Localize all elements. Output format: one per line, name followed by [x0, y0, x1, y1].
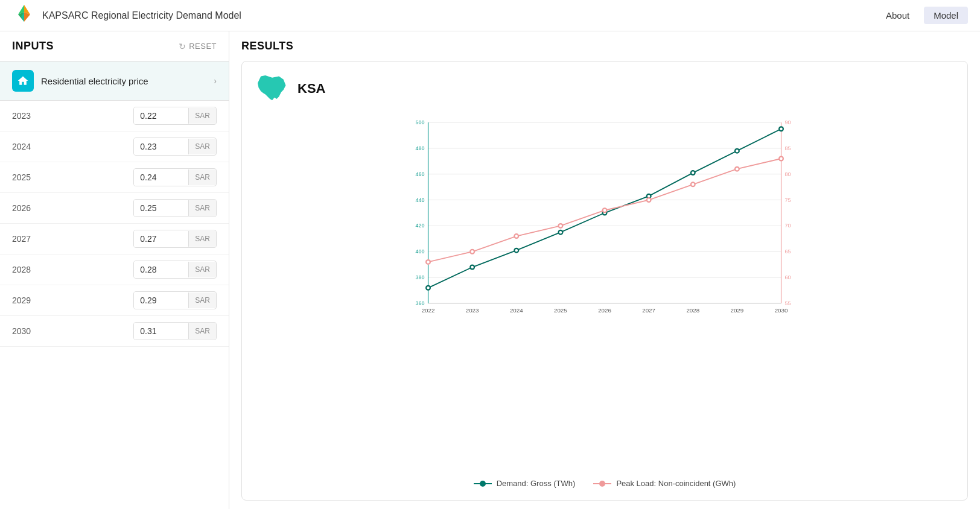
unit-label: SAR: [188, 200, 216, 216]
peak-legend-icon: [593, 480, 611, 487]
year-label: 2025: [12, 172, 48, 182]
svg-text:2024: 2024: [510, 307, 523, 314]
svg-point-44: [471, 266, 474, 269]
svg-point-76: [780, 157, 783, 160]
category-icon-bg: [12, 70, 34, 92]
legend-demand: Demand: Gross (TWh): [474, 479, 576, 488]
legend-demand-label: Demand: Gross (TWh): [497, 479, 576, 488]
unit-label: SAR: [188, 323, 216, 339]
chart-legend: Demand: Gross (TWh) Peak Load: Non-coinc…: [254, 479, 955, 488]
year-label: 2028: [12, 265, 48, 274]
svg-point-72: [692, 183, 695, 186]
chart-area: 3603804004204404604805005560657075808590…: [254, 113, 955, 473]
svg-point-58: [780, 127, 783, 130]
svg-text:400: 400: [415, 248, 424, 255]
chart-container: KSA 360380400420440460480500556065707580…: [241, 61, 968, 501]
svg-point-42: [427, 286, 430, 289]
svg-text:85: 85: [785, 145, 791, 151]
svg-text:500: 500: [415, 119, 424, 125]
year-row: 2026 SAR: [0, 193, 229, 224]
svg-point-70: [648, 198, 651, 201]
about-button[interactable]: About: [876, 7, 919, 24]
chart-region-header: KSA: [254, 74, 955, 104]
home-icon: [17, 75, 29, 87]
svg-point-60: [427, 261, 430, 264]
svg-text:2026: 2026: [598, 307, 611, 314]
svg-point-66: [559, 224, 562, 227]
svg-point-68: [603, 209, 606, 212]
unit-label: SAR: [188, 139, 216, 154]
svg-text:2029: 2029: [731, 307, 744, 314]
year-rows-container: 2023 SAR 2024 SAR 2025 SAR 2026 SAR 2027…: [0, 101, 229, 347]
value-input-2026[interactable]: [134, 200, 188, 217]
category-label: Residential electricity price: [41, 76, 206, 86]
reset-button[interactable]: ↻ RESET: [179, 42, 217, 51]
reset-icon: ↻: [179, 42, 186, 51]
logo-area: KAPSARC Regional Electricity Demand Mode…: [12, 4, 241, 28]
svg-text:90: 90: [785, 119, 791, 125]
svg-point-64: [515, 235, 518, 238]
app-header: KAPSARC Regional Electricity Demand Mode…: [0, 0, 980, 31]
svg-point-54: [692, 171, 695, 174]
svg-text:60: 60: [785, 274, 791, 280]
year-row: 2023 SAR: [0, 101, 229, 131]
region-name: KSA: [298, 81, 325, 96]
svg-point-52: [648, 195, 651, 198]
svg-point-62: [471, 250, 474, 253]
unit-label: SAR: [188, 231, 216, 247]
inputs-content: Residential electricity price › 2023 SAR…: [0, 62, 229, 509]
value-input-2029[interactable]: [134, 292, 188, 309]
svg-text:2028: 2028: [686, 307, 699, 314]
value-input-wrapper: SAR: [133, 322, 217, 340]
year-label: 2027: [12, 234, 48, 244]
results-panel: RESULTS KSA 3603804004204404604805005560…: [229, 31, 980, 509]
year-row: 2025 SAR: [0, 162, 229, 193]
year-row: 2027 SAR: [0, 224, 229, 255]
ksa-map-icon: [254, 74, 290, 104]
inputs-title: INPUTS: [12, 40, 54, 52]
legend-peak: Peak Load: Non-coincident (GWh): [593, 479, 736, 488]
svg-point-78: [480, 481, 486, 487]
inputs-panel: INPUTS ↻ RESET Residential electricity p…: [0, 31, 229, 509]
value-input-2030[interactable]: [134, 323, 188, 340]
unit-label: SAR: [188, 169, 216, 185]
svg-point-74: [736, 168, 739, 171]
unit-label: SAR: [188, 108, 216, 124]
value-input-wrapper: SAR: [133, 199, 217, 217]
value-input-2023[interactable]: [134, 107, 188, 124]
reset-label: RESET: [189, 42, 217, 51]
value-input-wrapper: SAR: [133, 107, 217, 125]
year-label: 2023: [12, 111, 48, 121]
year-row: 2024 SAR: [0, 131, 229, 162]
svg-text:70: 70: [785, 223, 791, 229]
value-input-2024[interactable]: [134, 138, 188, 155]
value-input-2025[interactable]: [134, 169, 188, 186]
value-input-2027[interactable]: [134, 230, 188, 247]
svg-point-48: [559, 231, 562, 234]
svg-text:80: 80: [785, 171, 791, 177]
svg-point-80: [599, 481, 605, 487]
year-row: 2028 SAR: [0, 255, 229, 285]
svg-point-46: [515, 249, 518, 252]
category-residential-price[interactable]: Residential electricity price ›: [0, 62, 229, 101]
year-row: 2029 SAR: [0, 285, 229, 316]
year-label: 2030: [12, 326, 48, 336]
svg-text:440: 440: [415, 197, 424, 203]
header-nav: About Model: [876, 7, 968, 24]
main-layout: INPUTS ↻ RESET Residential electricity p…: [0, 31, 980, 509]
svg-text:460: 460: [415, 171, 424, 177]
svg-text:2023: 2023: [466, 307, 479, 314]
svg-text:2022: 2022: [422, 307, 435, 314]
svg-text:360: 360: [415, 300, 424, 306]
value-input-wrapper: SAR: [133, 261, 217, 279]
peak-line-icon: [593, 480, 611, 487]
svg-text:2030: 2030: [775, 307, 788, 314]
demand-line-icon: [474, 480, 492, 487]
svg-text:55: 55: [785, 300, 791, 306]
unit-label: SAR: [188, 262, 216, 277]
value-input-2028[interactable]: [134, 261, 188, 278]
model-button[interactable]: Model: [924, 7, 968, 24]
year-row: 2030 SAR: [0, 316, 229, 347]
svg-point-56: [736, 150, 739, 153]
year-label: 2029: [12, 296, 48, 305]
